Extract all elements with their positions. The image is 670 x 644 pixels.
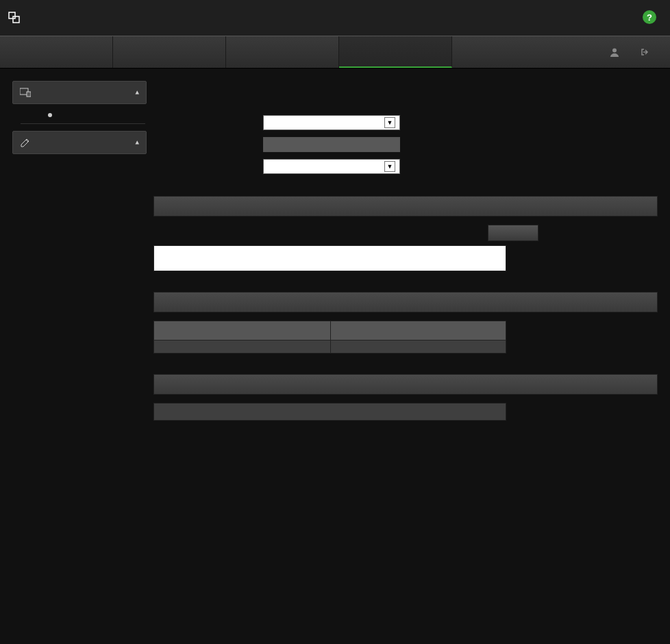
svg-rect-0 bbox=[9, 12, 15, 18]
help-icon[interactable]: ? bbox=[643, 10, 656, 24]
bullet-icon bbox=[48, 113, 52, 117]
copy-to-alarm-box bbox=[153, 403, 506, 421]
select-alarm-input-no[interactable]: ▼ bbox=[263, 115, 400, 130]
nav-tab-log[interactable] bbox=[226, 36, 339, 68]
svg-rect-1 bbox=[13, 16, 19, 23]
section-linkage-method bbox=[153, 292, 658, 312]
linkage-header-other bbox=[330, 321, 506, 340]
sidebar: ▾ ▾ bbox=[0, 69, 147, 161]
chevron-up-icon: ▾ bbox=[135, 88, 139, 97]
section-arming-schedule bbox=[153, 196, 658, 216]
header-bar: ? bbox=[0, 0, 670, 36]
nav-tab-configuration[interactable] bbox=[339, 36, 452, 68]
subtab-bar bbox=[153, 81, 658, 101]
arming-schedule-grid[interactable] bbox=[153, 245, 506, 271]
logo-icon bbox=[8, 12, 21, 24]
sidebar-item-local-configuration[interactable] bbox=[21, 107, 145, 124]
chevron-up-icon: ▾ bbox=[135, 138, 139, 147]
nav-user-area bbox=[610, 36, 670, 68]
nav-tab-playback[interactable] bbox=[113, 36, 226, 68]
svg-rect-4 bbox=[27, 92, 31, 97]
input-alarm-name[interactable] bbox=[263, 137, 400, 152]
select-alarm-type[interactable]: ▼ bbox=[263, 159, 400, 174]
linkage-table bbox=[153, 321, 506, 354]
main-nav bbox=[0, 36, 670, 69]
edit-button[interactable] bbox=[488, 225, 538, 241]
linkage-header-normal bbox=[154, 321, 330, 340]
sidebar-group-configuration[interactable]: ▾ bbox=[12, 131, 147, 154]
dropdown-arrow-icon: ▼ bbox=[384, 117, 395, 128]
sidebar-group-local-config[interactable]: ▾ bbox=[12, 81, 147, 104]
user-icon bbox=[610, 47, 619, 57]
section-copy-to-alarm bbox=[153, 374, 658, 395]
dropdown-arrow-icon: ▼ bbox=[384, 161, 395, 172]
svg-point-2 bbox=[612, 49, 617, 53]
nav-tab-live-view[interactable] bbox=[0, 36, 113, 68]
content-area: ▼ ▼ bbox=[147, 69, 670, 421]
logout-icon bbox=[640, 47, 649, 57]
alarm-input-form: ▼ ▼ bbox=[153, 101, 658, 188]
